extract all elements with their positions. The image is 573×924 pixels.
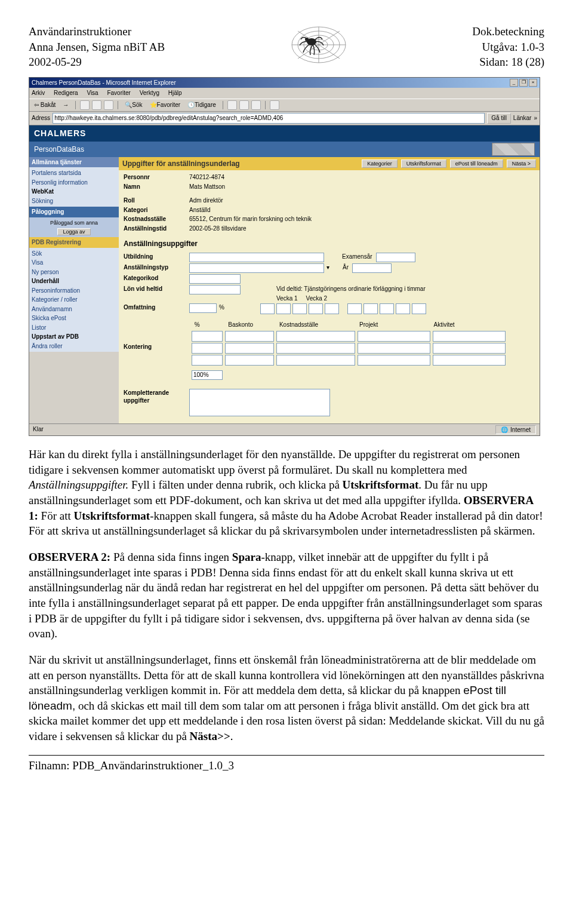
kont-projekt-input[interactable] — [358, 331, 430, 342]
links-label: Länkar — [513, 114, 532, 122]
discuss-icon[interactable] — [270, 100, 279, 110]
vecka2-day-input[interactable] — [412, 303, 426, 314]
zone-label: Internet — [510, 426, 531, 434]
vecka2-day-input[interactable] — [347, 303, 362, 314]
sidebar-link[interactable]: Underhåll — [32, 277, 116, 286]
kont-pct-input[interactable] — [192, 331, 223, 342]
home-icon[interactable] — [104, 100, 113, 110]
favorites-button[interactable]: ⭐Favoriter — [147, 100, 183, 110]
sidebar-link[interactable]: Personinformation — [32, 286, 116, 296]
logout-button[interactable]: Logga av — [57, 228, 90, 235]
print-icon[interactable] — [239, 100, 249, 110]
menu-item[interactable]: Redigera — [54, 90, 78, 96]
dropdown-icon[interactable]: ▾ — [326, 263, 329, 273]
kategorikod-input[interactable] — [189, 274, 241, 284]
close-button[interactable]: × — [529, 79, 537, 87]
vecka1-day-input[interactable] — [276, 303, 291, 314]
menu-item[interactable]: Hjälp — [168, 90, 182, 96]
sidebar-link[interactable]: Visa — [32, 258, 116, 268]
restore-button[interactable]: ❐ — [519, 79, 528, 87]
refresh-icon[interactable] — [92, 100, 101, 110]
forward-button[interactable]: → — [60, 100, 71, 110]
menu-item[interactable]: Favoriter — [107, 90, 130, 96]
kont-baskonto-input[interactable] — [225, 331, 274, 342]
utbildning-input[interactable] — [189, 253, 324, 262]
kont-kostnad-input[interactable] — [276, 331, 355, 342]
vecka1-day-input[interactable] — [292, 303, 307, 314]
menu-item[interactable]: Visa — [87, 90, 98, 96]
vecka1-day-input[interactable] — [325, 303, 339, 314]
kont-header: Kostnadsställe — [277, 321, 357, 329]
field-label: Anställningstid — [124, 225, 189, 233]
kont-aktivitet-input[interactable] — [433, 331, 506, 342]
sidebar-link[interactable]: Skicka ePost — [32, 314, 116, 323]
sidebar-link[interactable]: Sök — [32, 249, 116, 259]
kategorier-button[interactable]: Kategorier — [362, 159, 398, 168]
vecka1-day-input[interactable] — [309, 303, 323, 314]
document-header: Användarinstruktioner Anna Jensen, Sigma… — [29, 24, 544, 70]
menu-item[interactable]: Verktyg — [140, 90, 159, 96]
menu-item[interactable]: Arkiv — [32, 90, 45, 96]
deltid-label: Vid deltid: Tjänstgöringens ordinarie fö… — [276, 285, 535, 293]
sidebar-link[interactable]: Ändra roller — [32, 342, 116, 351]
status-text: Klar — [33, 425, 44, 435]
omfattning-input[interactable] — [189, 303, 217, 313]
field-label: Kostnadsställe — [124, 215, 189, 223]
sidebar-link[interactable]: Portalens startsida — [32, 168, 116, 178]
minimize-button[interactable]: _ — [510, 79, 518, 87]
history-button[interactable]: 🕓Tidigare — [185, 100, 218, 110]
menubar: Arkiv Redigera Visa Favoriter Verktyg Hj… — [29, 88, 540, 99]
sidebar-section-title: Allmänna tjänster — [29, 157, 119, 168]
statusbar: Klar 🌐Internet — [29, 423, 540, 436]
header-date: 2002-05-29 — [29, 54, 165, 70]
vecka2-day-input[interactable] — [396, 303, 410, 314]
kompletterande-textarea[interactable] — [189, 389, 330, 416]
ar-input[interactable] — [352, 263, 392, 273]
sidebar-section-title: Påloggning — [29, 207, 119, 217]
kompletterande-label: Kompletterande uppgifter — [124, 389, 189, 405]
kont-pct-input[interactable] — [192, 343, 223, 354]
section-title: Anställningsuppgifter — [119, 235, 540, 250]
header-utgava: Utgåva: 1.0-3 — [472, 39, 544, 55]
vecka2-day-input[interactable] — [380, 303, 394, 314]
sidebar-link[interactable]: Uppstart av PDB — [32, 332, 116, 342]
chevron-icon[interactable]: » — [534, 114, 537, 122]
sidebar-link[interactable]: Användarnamn — [32, 305, 116, 314]
kont-kostnad-input[interactable] — [276, 343, 355, 354]
url-input[interactable] — [53, 113, 485, 124]
header-author: Anna Jensen, Sigma nBiT AB — [29, 39, 165, 55]
utskriftsformat-button[interactable]: Utskriftsformat — [401, 159, 446, 168]
sidebar-section-title: PDB Registrering — [29, 237, 119, 248]
stop-icon[interactable] — [80, 100, 90, 110]
browser-screenshot: Chalmers PersonDataBas - Microsoft Inter… — [29, 77, 540, 436]
kont-baskonto-input[interactable] — [225, 343, 274, 354]
lon-input[interactable] — [189, 285, 241, 294]
examensar-input[interactable] — [376, 253, 415, 262]
kont-pct-input[interactable] — [192, 355, 223, 366]
sidebar-link[interactable]: Listor — [32, 323, 116, 333]
go-button[interactable]: Gå till — [487, 113, 511, 124]
sidebar-link[interactable]: Kategorier / roller — [32, 295, 116, 305]
spider-logo — [277, 24, 361, 70]
kont-projekt-input[interactable] — [358, 343, 430, 354]
edit-icon[interactable] — [251, 100, 261, 110]
epost-button[interactable]: ePost till löneadm — [450, 159, 503, 168]
sidebar-link[interactable]: Ny person — [32, 268, 116, 277]
kont-kostnad-input[interactable] — [276, 355, 355, 366]
sidebar-link[interactable]: Sökning — [32, 197, 116, 206]
mail-icon[interactable] — [227, 100, 237, 110]
kont-aktivitet-input[interactable] — [433, 343, 506, 354]
anstallningstyp-input[interactable] — [189, 263, 324, 273]
kont-baskonto-input[interactable] — [225, 355, 274, 366]
back-button[interactable]: ⇦ Bakåt — [32, 100, 58, 110]
vecka1-day-input[interactable] — [260, 303, 275, 314]
kont-projekt-input[interactable] — [358, 355, 430, 366]
search-button[interactable]: 🔍Sök — [122, 100, 144, 110]
header-dok: Dok.beteckning — [472, 24, 544, 39]
nasta-button[interactable]: Nästa > — [507, 159, 536, 168]
sidebar-link[interactable]: Personlig information — [32, 178, 116, 188]
sidebar-link[interactable]: WebKat — [32, 187, 116, 197]
kont-aktivitet-input[interactable] — [433, 355, 506, 366]
vecka2-day-input[interactable] — [363, 303, 378, 314]
field-label: Kategori — [124, 206, 189, 214]
